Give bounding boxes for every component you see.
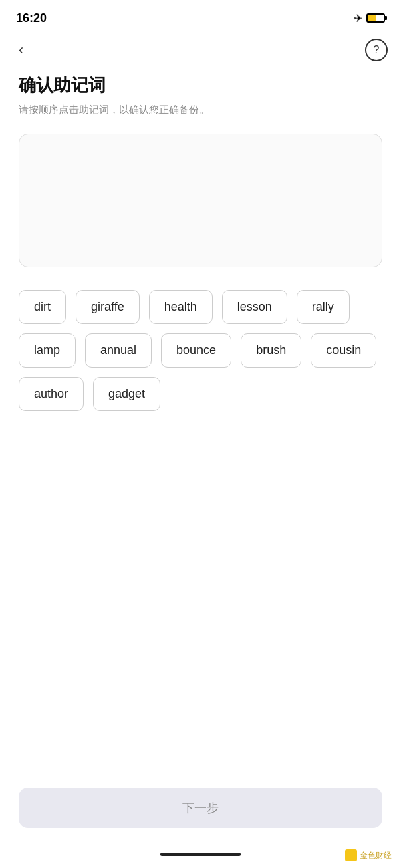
watermark-icon [345,849,357,861]
word-chip-cousin[interactable]: cousin [311,333,376,368]
word-chip-brush[interactable]: brush [241,333,301,368]
word-chip-lesson[interactable]: lesson [222,290,287,324]
help-button[interactable]: ? [365,39,388,61]
word-chip-dirt[interactable]: dirt [19,290,66,324]
battery-fill [368,15,376,21]
page-subtitle: 请按顺序点击助记词，以确认您正确备份。 [19,102,382,118]
nav-bar: ‹ ? [0,33,401,67]
page-title: 确认助记词 [19,74,382,97]
word-chips-container: dirtgiraffehealthlessonrallylampannualbo… [0,279,401,422]
battery-icon [366,13,385,23]
next-button[interactable]: 下一步 [19,788,382,828]
word-chip-lamp[interactable]: lamp [19,333,76,368]
back-button[interactable]: ‹ [13,39,29,61]
word-chip-annual[interactable]: annual [85,333,152,368]
airplane-icon: ✈ [354,12,362,25]
status-bar: 16:20 ✈ [0,0,401,33]
page-title-section: 确认助记词 请按顺序点击助记词，以确认您正确备份。 [0,67,401,122]
word-chip-author[interactable]: author [19,377,84,411]
status-time: 16:20 [16,11,47,25]
word-chip-gadget[interactable]: gadget [93,377,160,411]
status-icons: ✈ [354,12,385,25]
word-chip-health[interactable]: health [149,290,213,324]
watermark: 金色财经 [345,849,392,861]
word-chip-rally[interactable]: rally [297,290,350,324]
watermark-text: 金色财经 [360,850,392,861]
word-chip-giraffe[interactable]: giraffe [76,290,140,324]
next-btn-container: 下一步 [19,788,382,828]
word-chip-bounce[interactable]: bounce [161,333,231,368]
home-indicator [160,853,241,856]
answer-box [19,134,382,267]
